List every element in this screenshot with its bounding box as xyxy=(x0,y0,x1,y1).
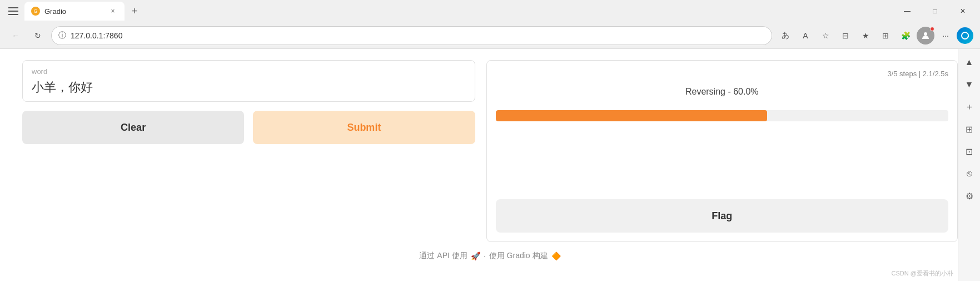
profile-notification-dot xyxy=(930,27,934,31)
left-panel: word Clear Submit xyxy=(22,60,475,242)
address-bar-row: ← ↻ ⓘ 127.0.0.1:7860 あ A ☆ ⊟ ★ ⊞ 🧩 ··· xyxy=(0,22,980,49)
page-content: word Clear Submit 3/5 steps | 2.1/2.5s R… xyxy=(0,49,980,281)
word-input-block: word xyxy=(22,60,475,102)
watermark: CSDN @爱看书的小朴 xyxy=(892,269,953,278)
right-panel: 3/5 steps | 2.1/2.5s Reversing - 60.0% F… xyxy=(486,60,958,242)
gradio-icon: 🔶 xyxy=(551,252,561,260)
address-bar[interactable]: ⓘ 127.0.0.1:7860 xyxy=(51,26,772,45)
progress-bar-fill xyxy=(496,110,768,121)
button-row: Clear Submit xyxy=(22,111,475,144)
info-icon: ⓘ xyxy=(58,31,66,41)
tab-close-button[interactable]: × xyxy=(108,6,118,16)
main-row: word Clear Submit 3/5 steps | 2.1/2.5s R… xyxy=(22,60,958,242)
steps-text: 3/5 steps | 2.1/2.5s xyxy=(887,70,948,78)
edge-icon xyxy=(957,27,973,44)
gradio-app: word Clear Submit 3/5 steps | 2.1/2.5s R… xyxy=(0,49,980,281)
window-controls: — □ ✕ xyxy=(894,2,976,20)
clear-button[interactable]: Clear xyxy=(22,111,244,144)
built-link[interactable]: 使用 Gradio 构建 xyxy=(489,251,548,261)
submit-button[interactable]: Submit xyxy=(253,111,475,144)
sidebar-add-button[interactable]: ＋ xyxy=(961,98,978,116)
progress-status: Reversing - 60.0% xyxy=(496,87,949,97)
maximize-button[interactable]: □ xyxy=(922,2,948,20)
sidebar-settings-button[interactable]: ⚙ xyxy=(961,187,978,205)
new-tab-button[interactable]: + xyxy=(127,3,142,19)
close-button[interactable]: ✕ xyxy=(950,2,976,20)
scroll-up-button[interactable]: ▲ xyxy=(961,53,978,71)
sidebar-toggle[interactable] xyxy=(4,2,22,20)
favorites-button[interactable]: ☆ xyxy=(817,27,834,45)
svg-rect-2 xyxy=(8,14,18,15)
tab-title: Gradio xyxy=(44,7,103,16)
read-aloud-button[interactable]: あ xyxy=(777,27,794,45)
minimize-button[interactable]: — xyxy=(894,2,920,20)
sidebar-crop-button[interactable]: ⊞ xyxy=(961,120,978,138)
split-screen-button[interactable]: ⊟ xyxy=(837,27,854,45)
progress-bar-container xyxy=(496,110,949,121)
sidebar-open-button[interactable]: ⎋ xyxy=(961,165,978,183)
svg-point-3 xyxy=(924,32,927,36)
scroll-down-button[interactable]: ▼ xyxy=(961,76,978,93)
font-button[interactable]: A xyxy=(797,27,814,45)
browser-frame: G Gradio × + — □ ✕ ← ↻ ⓘ 127.0.0.1:7860 … xyxy=(0,0,980,281)
toolbar-actions: あ A ☆ ⊟ ★ ⊞ 🧩 ··· xyxy=(777,27,973,45)
svg-rect-0 xyxy=(8,7,18,8)
title-bar: G Gradio × + — □ ✕ xyxy=(0,0,980,22)
tab-bar: G Gradio × + xyxy=(24,2,892,21)
input-label: word xyxy=(32,67,466,76)
sidebar-view-button[interactable]: ⊡ xyxy=(961,142,978,160)
back-button[interactable]: ← xyxy=(7,27,24,45)
right-sidebar: ▲ ▼ ＋ ⊞ ⊡ ⎋ ⚙ xyxy=(958,49,980,281)
api-link[interactable]: 通过 API 使用 xyxy=(419,251,467,261)
progress-header: 3/5 steps | 2.1/2.5s xyxy=(496,70,949,78)
extensions-button[interactable]: 🧩 xyxy=(897,27,914,45)
svg-rect-1 xyxy=(8,11,18,12)
flag-button[interactable]: Flag xyxy=(496,199,949,233)
refresh-button[interactable]: ↻ xyxy=(29,27,47,45)
api-rocket-icon: 🚀 xyxy=(471,252,480,260)
url-text: 127.0.0.1:7860 xyxy=(71,31,765,40)
footer: 通过 API 使用 🚀 · 使用 Gradio 构建 🔶 xyxy=(22,242,958,270)
active-tab[interactable]: G Gradio × xyxy=(24,2,125,21)
more-button[interactable]: ··· xyxy=(937,27,954,45)
profile-button[interactable] xyxy=(917,27,934,45)
screenshot-button[interactable]: ⊞ xyxy=(877,27,894,45)
word-input[interactable] xyxy=(32,80,466,95)
collections-button[interactable]: ★ xyxy=(857,27,874,45)
built-text: 使用 Gradio 构建 xyxy=(489,251,548,260)
footer-separator: · xyxy=(484,252,486,260)
api-text: 通过 API 使用 xyxy=(419,251,467,260)
tab-favicon: G xyxy=(31,7,40,16)
